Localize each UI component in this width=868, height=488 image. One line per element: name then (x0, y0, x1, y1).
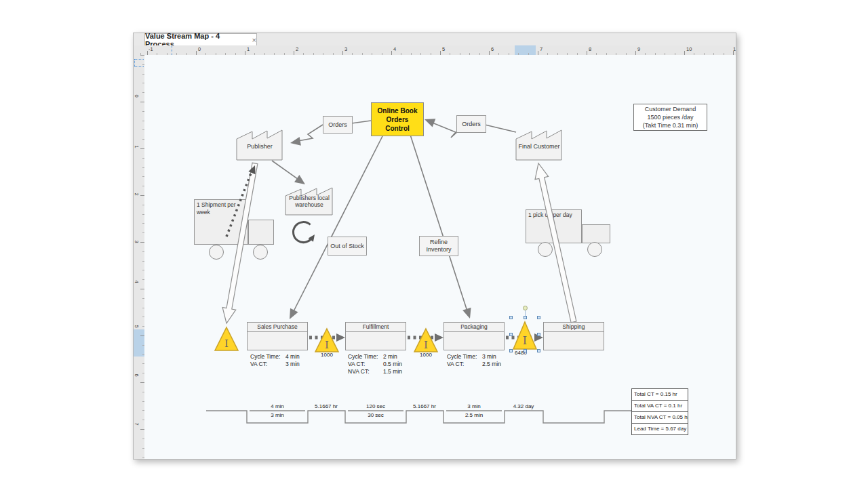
ruler-number: 9 (637, 46, 640, 52)
ruler-number: -1 (149, 46, 153, 52)
svg-text:I: I (523, 334, 527, 347)
ruler-number: 4 (134, 280, 140, 283)
outline-arrow (535, 163, 576, 323)
ruler-number: 8 (589, 46, 591, 52)
svg-text:I: I (325, 339, 329, 351)
vertical-ruler: 0 1 2 3 4 5 6 7 (134, 55, 145, 459)
ruler-number: 7 (134, 422, 140, 425)
ruler-number: 0 (134, 94, 140, 97)
ruler-number: 3 (344, 46, 347, 52)
tab-bar: Value Stream Map - 4 Process × (134, 33, 736, 46)
selection-handle[interactable] (537, 333, 540, 336)
selection-handle[interactable] (509, 349, 513, 352)
ruler-number: 0 (198, 46, 201, 52)
selection-handle[interactable] (537, 349, 540, 352)
ruler-number: 2 (134, 192, 140, 195)
outline-arrow (222, 163, 258, 323)
origin-marker (134, 59, 145, 67)
selection-handle[interactable] (509, 333, 513, 336)
app-window: Value Stream Map - 4 Process × -1 0 1 2 … (133, 33, 736, 460)
rotation-handle[interactable] (523, 306, 528, 310)
tab-close-icon[interactable]: × (252, 36, 256, 44)
inventory-count: 1000 (315, 352, 339, 358)
ruler-number: 7 (540, 46, 542, 52)
ruler-number: 2 (296, 46, 298, 52)
ruler-number: 1 (247, 46, 250, 52)
material-flow-layer (144, 55, 736, 459)
selection-handle[interactable] (524, 316, 527, 319)
horizontal-ruler: -1 0 1 2 3 4 5 6 7 8 9 10 1 (134, 45, 736, 56)
ruler-number: 1 (134, 145, 140, 148)
margin-guide (172, 45, 172, 55)
ruler-number: 4 (393, 46, 396, 52)
ruler-number: 3 (134, 240, 140, 243)
ruler-number: 6 (491, 46, 494, 52)
svg-text:I: I (424, 339, 428, 351)
selection-handle[interactable] (524, 349, 527, 352)
svg-text:I: I (224, 338, 229, 350)
ruler-number: 5 (134, 325, 140, 327)
diagram-canvas[interactable]: Online Book Orders Control Orders Orders… (144, 55, 736, 459)
inventory-count: 1000 (414, 352, 438, 358)
ruler-number: 5 (442, 46, 445, 52)
selection-handle[interactable] (509, 316, 513, 319)
selection-handle[interactable] (537, 316, 540, 319)
ruler-number: 1 (733, 46, 736, 52)
ruler-number: 10 (686, 46, 692, 52)
ruler-number: 6 (134, 373, 140, 376)
tab-value-stream-map[interactable]: Value Stream Map - 4 Process × (144, 33, 257, 45)
